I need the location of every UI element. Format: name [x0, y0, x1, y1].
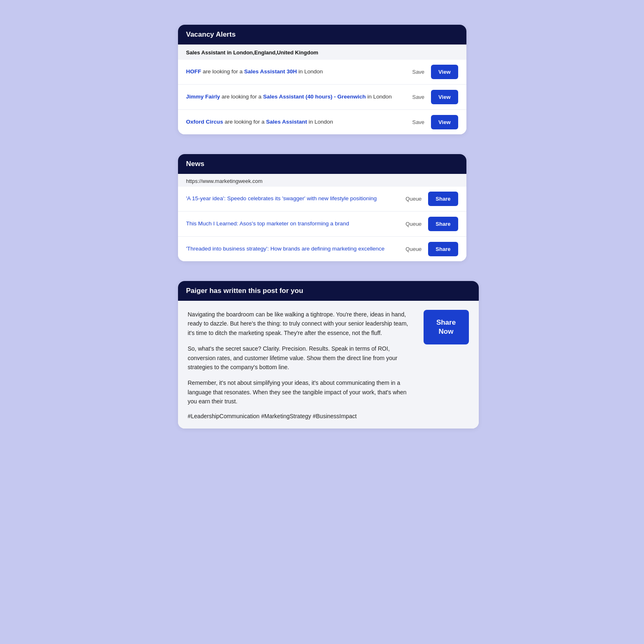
vacancy-item-1-actions: Save View: [410, 65, 458, 79]
news-item-3: 'Threaded into business strategy': How b…: [178, 237, 466, 261]
news-item-2: This Much I Learned: Asos's top marketer…: [178, 212, 466, 236]
share-now-button-wrapper: ShareNow: [424, 310, 469, 344]
vacancy-role-2: Sales Assistant (40 hours) - Greenwich: [263, 94, 365, 100]
news-item-1-text: 'A 15-year idea': Speedo celebrates its …: [186, 195, 398, 203]
vacancy-alerts-title: Vacancy Alerts: [186, 30, 236, 38]
news-link-1[interactable]: 'A 15-year idea': Speedo celebrates its …: [186, 195, 377, 201]
vacancy-section-label: Sales Assistant in London,England,United…: [178, 44, 466, 60]
vacancy-view-2[interactable]: View: [431, 90, 458, 104]
news-item-3-text: 'Threaded into business strategy': How b…: [186, 245, 398, 253]
vacancy-view-1[interactable]: View: [431, 65, 458, 79]
news-share-3[interactable]: Share: [428, 242, 458, 256]
vacancy-alerts-header: Vacancy Alerts: [178, 25, 466, 44]
share-now-button[interactable]: ShareNow: [424, 310, 469, 344]
vacancy-item-3-actions: Save View: [410, 115, 458, 129]
paiger-post-title: Paiger has written this post for you: [186, 287, 303, 295]
vacancy-item-3-text: Oxford Circus are looking for a Sales As…: [186, 118, 405, 126]
news-url: https://www.marketingweek.com: [178, 174, 466, 187]
vacancy-item-2-actions: Save View: [410, 90, 458, 104]
vacancy-company-3: Oxford Circus: [186, 119, 223, 125]
vacancy-role-1: Sales Assistant 30H: [244, 68, 297, 75]
paiger-post-card: Paiger has written this post for you Nav…: [178, 281, 479, 429]
post-paragraph-1: Navigating the boardroom can be like wal…: [188, 310, 414, 337]
vacancy-alerts-card: Vacancy Alerts Sales Assistant in London…: [178, 25, 466, 134]
news-item-2-text: This Much I Learned: Asos's top marketer…: [186, 220, 398, 228]
news-queue-2[interactable]: Queue: [403, 219, 424, 229]
paiger-post-body: Navigating the boardroom can be like wal…: [178, 301, 479, 429]
news-share-1[interactable]: Share: [428, 192, 458, 206]
news-header: News: [178, 154, 466, 174]
news-queue-3[interactable]: Queue: [403, 244, 424, 254]
vacancy-role-3: Sales Assistant: [266, 119, 307, 125]
news-item-3-actions: Queue Share: [403, 242, 458, 256]
news-item-2-actions: Queue Share: [403, 217, 458, 231]
post-hashtags: #LeadershipCommunication #MarketingStrat…: [188, 413, 414, 419]
news-item-1: 'A 15-year idea': Speedo celebrates its …: [178, 187, 466, 211]
news-link-3[interactable]: 'Threaded into business strategy': How b…: [186, 246, 385, 252]
news-card: News https://www.marketingweek.com 'A 15…: [178, 154, 466, 261]
paiger-post-header: Paiger has written this post for you: [178, 281, 479, 301]
vacancy-item-1: HOFF are looking for a Sales Assistant 3…: [178, 60, 466, 84]
news-title: News: [186, 160, 204, 168]
news-link-2[interactable]: This Much I Learned: Asos's top marketer…: [186, 220, 349, 227]
vacancy-item-3: Oxford Circus are looking for a Sales As…: [178, 110, 466, 134]
vacancy-company-1: HOFF: [186, 68, 201, 75]
news-queue-1[interactable]: Queue: [403, 194, 424, 204]
vacancy-save-1[interactable]: Save: [410, 67, 427, 77]
post-paragraph-3: Remember, it's not about simplifying you…: [188, 378, 414, 406]
news-share-2[interactable]: Share: [428, 217, 458, 231]
news-item-1-actions: Queue Share: [403, 192, 458, 206]
vacancy-save-2[interactable]: Save: [410, 92, 427, 102]
vacancy-view-3[interactable]: View: [431, 115, 458, 129]
vacancy-item-1-text: HOFF are looking for a Sales Assistant 3…: [186, 68, 405, 76]
vacancy-save-3[interactable]: Save: [410, 117, 427, 127]
vacancy-company-2: Jimmy Fairly: [186, 94, 220, 100]
paiger-post-text-area: Navigating the boardroom can be like wal…: [188, 310, 414, 419]
vacancy-item-2: Jimmy Fairly are looking for a Sales Ass…: [178, 85, 466, 109]
vacancy-item-2-text: Jimmy Fairly are looking for a Sales Ass…: [186, 93, 405, 101]
post-paragraph-2: So, what's the secret sauce? Clarity. Pr…: [188, 344, 414, 372]
